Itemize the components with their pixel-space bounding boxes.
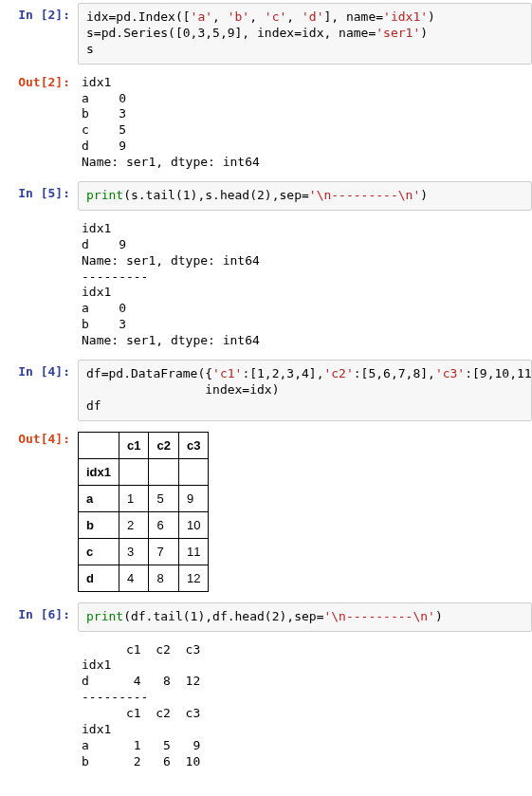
table-row-idx: b bbox=[79, 511, 119, 538]
table-cell: 4 bbox=[119, 565, 149, 591]
code-text: (df.tail(1),df.head(2),sep= bbox=[123, 609, 323, 623]
code-builtin: print bbox=[86, 609, 123, 623]
code-text: , bbox=[212, 9, 228, 24]
table-row-idx: a bbox=[79, 485, 119, 511]
prompt-out: Out[4]: bbox=[0, 427, 78, 597]
cell-in-2: In [2]: idx=pd.Index(['a', 'b', 'c', 'd'… bbox=[0, 0, 532, 67]
code-text: , bbox=[249, 9, 265, 24]
output-content: c1 c2 c3 idx1 a 1 5 9 bbox=[78, 427, 532, 597]
code-input[interactable]: print(s.tail(1),s.head(2),sep='\n-------… bbox=[78, 181, 532, 211]
code-text: df bbox=[86, 398, 101, 413]
table-cell: 11 bbox=[178, 538, 208, 565]
cell-in-5: In [5]: print(s.tail(1),s.head(2),sep='\… bbox=[0, 178, 532, 213]
code-text: (s.tail(1),s.head(2),sep= bbox=[123, 188, 309, 202]
code-text: :[1,2,3,4], bbox=[242, 366, 323, 380]
table-cell: 10 bbox=[178, 511, 208, 538]
cell-out-2: Out[2]: idx1 a 0 b 3 c 5 d 9 Name: ser1,… bbox=[0, 67, 532, 178]
table-row: b 2 6 10 bbox=[79, 511, 209, 538]
code-string: 'c1' bbox=[212, 366, 242, 380]
table-row-idx: c bbox=[79, 538, 119, 565]
code-text: ) bbox=[420, 26, 428, 40]
table-corner bbox=[79, 432, 119, 458]
output-text: c1 c2 c3 idx1 d 4 8 12 --------- c1 c2 c… bbox=[78, 638, 532, 775]
code-text: ) bbox=[420, 188, 428, 202]
cell-in-4: In [4]: df=pd.DataFrame({'c1':[1,2,3,4],… bbox=[0, 357, 532, 424]
code-text: :[5,6,7,8], bbox=[354, 366, 435, 380]
table-header-row: c1 c2 c3 bbox=[79, 432, 209, 458]
prompt-empty bbox=[0, 216, 78, 354]
table-col: c1 bbox=[119, 432, 149, 458]
table-cell: 5 bbox=[149, 485, 178, 511]
prompt-in: In [6]: bbox=[0, 602, 78, 632]
code-text: ) bbox=[428, 9, 435, 24]
prompt-in: In [2]: bbox=[0, 3, 78, 65]
code-text: idx=pd.Index([ bbox=[86, 9, 191, 24]
table-cell: 1 bbox=[119, 485, 149, 511]
output-content: idx1 a 0 b 3 c 5 d 9 Name: ser1, dtype: … bbox=[78, 70, 532, 176]
table-cell: 9 bbox=[178, 485, 208, 511]
code-text: index=idx) bbox=[86, 382, 280, 397]
code-string: '\n---------\n' bbox=[323, 609, 434, 623]
code-text: ) bbox=[435, 609, 443, 623]
prompt-out: Out[2]: bbox=[0, 70, 78, 176]
code-string: '\n---------\n' bbox=[309, 188, 420, 202]
table-empty bbox=[119, 458, 149, 485]
code-string: 'c' bbox=[265, 9, 286, 24]
code-string: 'b' bbox=[228, 9, 249, 24]
code-input[interactable]: df=pd.DataFrame({'c1':[1,2,3,4],'c2':[5,… bbox=[78, 360, 532, 421]
cell-in-6: In [6]: print(df.tail(1),df.head(2),sep=… bbox=[0, 600, 532, 635]
table-index-name-row: idx1 bbox=[79, 458, 209, 485]
table-empty bbox=[149, 458, 178, 485]
code-string: 'c2' bbox=[323, 366, 353, 380]
output-content: idx1 d 9 Name: ser1, dtype: int64 ------… bbox=[78, 216, 532, 354]
cell-out-6: c1 c2 c3 idx1 d 4 8 12 --------- c1 c2 c… bbox=[0, 635, 532, 778]
code-string: 'c3' bbox=[435, 366, 465, 380]
dataframe-table: c1 c2 c3 idx1 a 1 5 9 bbox=[78, 432, 209, 592]
code-text: ], name= bbox=[323, 9, 383, 24]
cell-out-4: Out[4]: c1 c2 c3 idx1 a bbox=[0, 424, 532, 600]
output-text: idx1 d 9 Name: ser1, dtype: int64 ------… bbox=[78, 216, 532, 354]
table-cell: 6 bbox=[149, 511, 178, 538]
table-cell: 7 bbox=[149, 538, 178, 565]
code-string: 'idx1' bbox=[383, 9, 428, 24]
table-col: c2 bbox=[149, 432, 178, 458]
table-row: c 3 7 11 bbox=[79, 538, 209, 565]
code-string: 'ser1' bbox=[376, 26, 420, 40]
table-index-name: idx1 bbox=[79, 458, 119, 485]
input-content: idx=pd.Index(['a', 'b', 'c', 'd'], name=… bbox=[78, 3, 532, 65]
table-cell: 12 bbox=[178, 565, 208, 591]
table-cell: 8 bbox=[149, 565, 178, 591]
table-row: d 4 8 12 bbox=[79, 565, 209, 591]
table-row: a 1 5 9 bbox=[79, 485, 209, 511]
table-cell: 2 bbox=[119, 511, 149, 538]
code-string: 'a' bbox=[191, 9, 212, 24]
input-content: df=pd.DataFrame({'c1':[1,2,3,4],'c2':[5,… bbox=[78, 360, 532, 421]
prompt-in: In [4]: bbox=[0, 360, 78, 421]
code-text: :[9,10,11,12]}, bbox=[465, 366, 532, 380]
output-text: idx1 a 0 b 3 c 5 d 9 Name: ser1, dtype: … bbox=[78, 70, 532, 176]
input-content: print(df.tail(1),df.head(2),sep='\n-----… bbox=[78, 602, 532, 632]
code-input[interactable]: idx=pd.Index(['a', 'b', 'c', 'd'], name=… bbox=[78, 3, 532, 65]
code-text: s=pd.Series([0,3,5,9], index=idx, name= bbox=[86, 26, 376, 40]
table-empty bbox=[178, 458, 208, 485]
table-row-idx: d bbox=[79, 565, 119, 591]
code-text: df=pd.DataFrame({ bbox=[86, 366, 212, 380]
table-cell: 3 bbox=[119, 538, 149, 565]
code-builtin: print bbox=[86, 188, 123, 202]
prompt-empty bbox=[0, 638, 78, 775]
code-text: , bbox=[286, 9, 302, 24]
prompt-in: In [5]: bbox=[0, 181, 78, 211]
output-content: c1 c2 c3 idx1 d 4 8 12 --------- c1 c2 c… bbox=[78, 638, 532, 775]
cell-out-5: idx1 d 9 Name: ser1, dtype: int64 ------… bbox=[0, 213, 532, 357]
input-content: print(s.tail(1),s.head(2),sep='\n-------… bbox=[78, 181, 532, 211]
code-text: s bbox=[86, 42, 94, 56]
table-col: c3 bbox=[178, 432, 208, 458]
code-string: 'd' bbox=[302, 9, 323, 24]
code-input[interactable]: print(df.tail(1),df.head(2),sep='\n-----… bbox=[78, 602, 532, 632]
